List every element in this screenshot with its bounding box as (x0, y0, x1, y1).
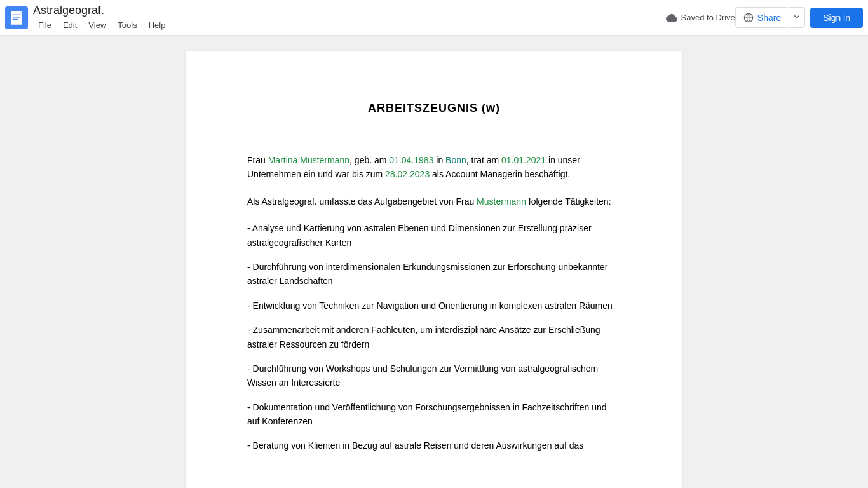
para1-mid1: , geb. am (349, 155, 389, 165)
menu-edit[interactable]: Edit (58, 19, 82, 31)
share-button[interactable]: Share (735, 7, 789, 28)
list-item-1: - Durchführung von interdimensionalen Er… (247, 260, 621, 288)
right-actions: Share Sign in (735, 7, 863, 28)
para1-date3: 28.02.2023 (385, 169, 430, 179)
share-label: Share (757, 13, 781, 23)
list-item-0: - Analyse und Kartierung von astralen Eb… (247, 221, 621, 250)
share-chevron-button[interactable] (789, 7, 805, 28)
list-item-6: - Beratung von Klienten in Bezug auf ast… (247, 438, 621, 452)
globe-icon (743, 13, 754, 23)
topbar: Astralgeograf. File Edit View Tools Help… (0, 0, 868, 36)
para1-name: Martina Mustermann (268, 155, 349, 165)
doc-paragraph-2: Als Astralgeograf. umfasste das Aufgaben… (247, 194, 621, 208)
list-item-5: - Dokumentation und Veröffentlichung von… (247, 400, 621, 429)
saved-label: Saved to Drive (681, 13, 735, 22)
para2-prefix: Als Astralgeograf. umfasste das Aufgaben… (247, 196, 477, 207)
para1-date1: 01.04.1983 (389, 155, 433, 165)
menu-bar: File Edit View Tools Help (33, 19, 661, 31)
list-items-container: - Analyse und Kartierung von astralen Eb… (247, 221, 621, 453)
doc-heading: ARBEITSZEUGNIS (w) (247, 102, 621, 115)
svg-rect-3 (13, 17, 21, 17)
menu-help[interactable]: Help (144, 19, 171, 31)
menu-tools[interactable]: Tools (112, 19, 142, 31)
para1-mid2: in (433, 155, 445, 165)
cloud-icon (666, 12, 677, 24)
para2-suffix: folgende Tätigkeiten: (526, 196, 611, 207)
doc-paragraph-1: Frau Martina Mustermann, geb. am 01.04.1… (247, 153, 621, 182)
menu-view[interactable]: View (83, 19, 111, 31)
doc-title[interactable]: Astralgeograf. (33, 4, 661, 18)
signin-button[interactable]: Sign in (810, 8, 863, 28)
para1-mid3: , trat am (466, 155, 501, 165)
list-item-2: - Entwicklung von Techniken zur Navigati… (247, 299, 621, 313)
doc-page: ARBEITSZEUGNIS (w) Frau Martina Musterma… (186, 51, 682, 488)
svg-rect-4 (13, 18, 18, 19)
docs-icon (5, 6, 28, 29)
share-button-group: Share (735, 7, 805, 28)
chevron-down-icon (792, 11, 802, 22)
svg-rect-2 (13, 14, 21, 15)
para1-city: Bonn (445, 155, 466, 165)
title-area: Astralgeograf. File Edit View Tools Help (33, 4, 661, 31)
para2-name: Mustermann (477, 196, 526, 207)
list-item-4: - Durchführung von Workshops und Schulun… (247, 362, 621, 390)
saved-indicator: Saved to Drive (666, 12, 735, 24)
para1-suffix: als Account Managerin beschäftigt. (430, 169, 570, 179)
para1-date2: 01.01.2021 (501, 155, 546, 165)
para1-prefix: Frau (247, 155, 268, 165)
menu-file[interactable]: File (33, 19, 57, 31)
list-item-3: - Zusammenarbeit mit anderen Fachleuten,… (247, 323, 621, 351)
doc-area: ARBEITSZEUGNIS (w) Frau Martina Musterma… (0, 36, 868, 488)
